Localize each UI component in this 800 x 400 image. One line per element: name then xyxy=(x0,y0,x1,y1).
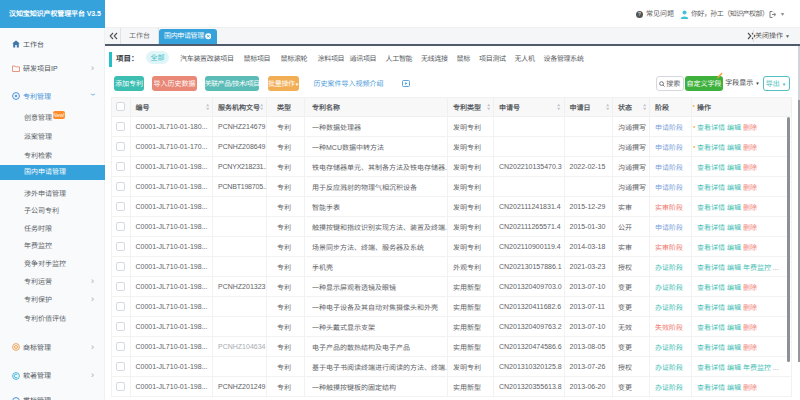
svg-text:?: ? xyxy=(638,11,641,17)
